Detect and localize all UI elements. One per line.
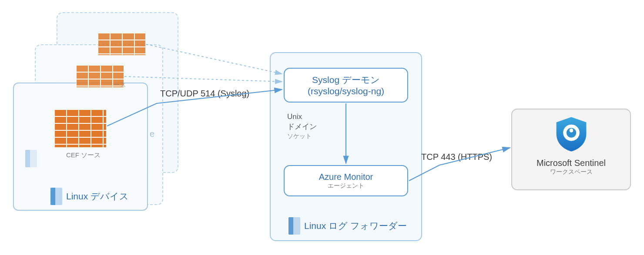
azure-monitor-title: Azure Monitor <box>285 172 407 182</box>
sentinel-title: Microsoft Sentinel <box>512 158 630 168</box>
sentinel-box: Microsoft Sentinel ワークスペース <box>511 109 631 190</box>
server-icon <box>50 188 62 205</box>
azure-monitor-box: Azure Monitor エージェント <box>284 165 408 196</box>
syslog-connection-label: TCP/UDP 514 (Syslog) <box>160 89 249 99</box>
sentinel-shield-icon <box>553 116 590 153</box>
svg-point-2 <box>569 129 573 132</box>
unix-line3: ソケット <box>287 132 317 140</box>
firewall-icon <box>54 109 107 148</box>
forwarder-label: Linux ログ フォワーダー <box>304 220 407 232</box>
unix-line2: ドメイン <box>287 122 317 132</box>
unix-domain-socket-label: Unix ドメイン ソケット <box>287 112 317 140</box>
linux-device-footer: Linux デバイス <box>50 188 129 205</box>
syslog-daemon-line2: (rsyslog/syslog-ng) <box>285 86 407 96</box>
ghost-text-e: e <box>150 129 154 139</box>
cef-source-label: CEF ソース <box>66 151 101 159</box>
forwarder-footer: Linux ログ フォワーダー <box>288 217 407 235</box>
server-icon-forwarder <box>288 217 300 235</box>
azure-monitor-sub: エージェント <box>285 182 407 190</box>
sentinel-sub: ワークスペース <box>512 168 630 176</box>
https-connection-label: TCP 443 (HTTPS) <box>421 152 492 162</box>
unix-line1: Unix <box>287 112 317 122</box>
syslog-daemon-line1: Syslog デーモン <box>285 74 407 86</box>
linux-device-label: Linux デバイス <box>66 190 129 202</box>
syslog-daemon-box: Syslog デーモン (rsyslog/syslog-ng) <box>284 68 408 103</box>
cef-source-label-ghost: ース <box>113 81 126 89</box>
server-icon-ghost <box>25 150 37 167</box>
firewall-icon-ghost2 <box>98 33 146 56</box>
